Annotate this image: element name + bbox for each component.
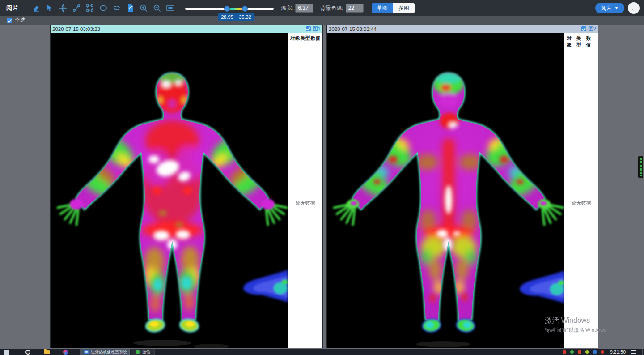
select-all-label: 全选: [15, 17, 25, 24]
single-view-button[interactable]: 单图: [372, 3, 393, 13]
tray-icon-6[interactable]: [601, 350, 604, 354]
tray-icon-4[interactable]: [585, 350, 589, 354]
panel-2-data-table: 对象 类型 数值 暂无数据: [564, 33, 598, 348]
panel-2-empty-text: 暂无数据: [564, 200, 598, 206]
cursor-icon[interactable]: [43, 2, 56, 14]
panel-1-timestamp: 2020-07-15 03:03:23: [52, 26, 306, 32]
panel-1-empty-text: 暂无数据: [288, 200, 322, 206]
bg-temp-field[interactable]: 22: [346, 4, 364, 13]
panel-2-checkbox[interactable]: [581, 26, 586, 31]
panel-1-data-table: 对象 类型 数值 暂无数据: [288, 33, 322, 348]
tray-icon-5[interactable]: [593, 350, 597, 354]
slider-high-tooltip: 35.32: [236, 13, 254, 21]
col-value: 数值: [586, 35, 596, 48]
col-value: 数值: [310, 35, 320, 42]
panel-1-header[interactable]: 2020-07-15 03:03:23 图1: [51, 25, 322, 33]
zoom-out-icon[interactable]: [150, 2, 164, 14]
panel-2-header[interactable]: 2020-07-15 03:03:44 图2: [327, 25, 598, 33]
tray-icon-1[interactable]: [563, 350, 566, 354]
slider-low-tooltip: 28.95: [218, 13, 237, 21]
tool-icon-group: [30, 2, 177, 14]
tray-icon-2[interactable]: [570, 350, 574, 354]
system-tray: 9:21:50: [563, 349, 644, 355]
col-type: 类型: [576, 35, 586, 48]
select-all-checkbox[interactable]: [7, 18, 12, 23]
back-button[interactable]: ←: [628, 2, 640, 14]
col-object: 对象: [290, 35, 300, 42]
app-title: 阅片: [6, 4, 19, 12]
rect-select-icon[interactable]: [83, 2, 97, 14]
slider-handle-low[interactable]: [224, 6, 230, 12]
taskbar: ▦ 红外热成像检查系统 微信 9:21:50: [0, 349, 644, 355]
thermal-image-back[interactable]: [327, 33, 564, 348]
action-center-icon[interactable]: [631, 350, 636, 354]
col-object: 对象: [567, 35, 576, 48]
battery-gauge-widget: [638, 156, 643, 178]
panel-1-checkbox[interactable]: [306, 26, 311, 31]
polygon-select-icon[interactable]: [110, 2, 123, 14]
tray-icon-3[interactable]: [578, 350, 581, 354]
back-arrow-icon: ←: [631, 4, 637, 12]
panel-2-label: 图2: [588, 26, 596, 32]
ellipse-select-icon[interactable]: [97, 2, 110, 14]
start-button[interactable]: [4, 350, 9, 355]
review-dropdown-button[interactable]: 阅片 ▼: [595, 3, 624, 13]
temp-width-label: 温宽:: [281, 4, 293, 12]
image-panel-1: 2020-07-15 03:03:23 图1: [50, 25, 323, 348]
slider-handle-high[interactable]: [242, 6, 248, 12]
report-icon[interactable]: [123, 2, 137, 14]
taskbar-app-wechat[interactable]: 微信: [131, 349, 155, 355]
point-marker-icon[interactable]: [56, 2, 70, 14]
browser-icon[interactable]: [25, 350, 30, 355]
wechat-icon: [136, 350, 140, 354]
multi-view-button[interactable]: 多图: [393, 3, 415, 13]
thermal-image-front[interactable]: [51, 33, 288, 348]
fit-screen-icon[interactable]: [164, 2, 177, 14]
col-type: 类型: [301, 35, 310, 42]
panel-2-timestamp: 2020-07-15 03:03:44: [329, 26, 581, 32]
show-desktop-button[interactable]: [642, 349, 644, 355]
line-measure-icon[interactable]: [70, 2, 83, 14]
eraser-icon[interactable]: [30, 2, 43, 14]
view-mode-switch: 单图 多图: [372, 3, 415, 13]
fan-object: [520, 271, 564, 303]
zoom-in-icon[interactable]: [137, 2, 150, 14]
file-explorer-icon[interactable]: [44, 350, 50, 354]
chevron-down-icon: ▼: [614, 6, 619, 10]
panel-1-label: 图1: [313, 26, 321, 32]
temp-width-field[interactable]: 6.37: [295, 4, 313, 13]
temperature-range-slider[interactable]: 28.95 35.32: [185, 2, 274, 14]
bg-temp-label: 背景色温:: [320, 4, 343, 12]
fan-object: [244, 270, 288, 302]
app-window: 阅片: [0, 0, 644, 355]
image-panel-2: 2020-07-15 03:03:44 图2: [326, 25, 598, 348]
taskbar-clock[interactable]: 9:21:50: [610, 349, 626, 355]
thermal-app-icon: ▦: [84, 350, 89, 354]
taskbar-app-thermal[interactable]: ▦ 红外热成像检查系统: [80, 349, 130, 355]
photos-app-icon[interactable]: [63, 350, 68, 355]
main-toolbar: 阅片: [0, 0, 644, 16]
select-all-row: 全选: [0, 16, 644, 25]
